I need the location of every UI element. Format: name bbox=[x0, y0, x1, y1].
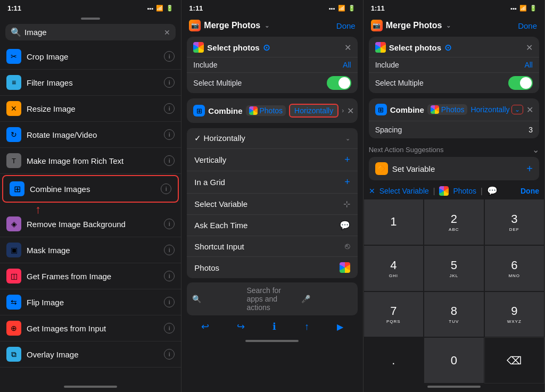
list-item-flip[interactable]: ⇆ Flip Image i bbox=[0, 289, 181, 315]
item-label-remove: Remove Image Background bbox=[27, 220, 159, 229]
chevron-box-3[interactable]: ⌄ bbox=[511, 105, 523, 114]
info-icon-filter[interactable]: i bbox=[164, 77, 175, 88]
list-item-combine[interactable]: ⊞ Combine Images i ↑ bbox=[2, 175, 179, 203]
backspace-icon: ⌫ bbox=[507, 354, 522, 367]
numpad-key-2[interactable]: 2 ABC bbox=[424, 199, 484, 245]
select-multiple-toggle-3[interactable] bbox=[508, 76, 533, 90]
numpad-key-4[interactable]: 4 GHI bbox=[364, 245, 424, 291]
item-label-overlay: Overlay Image bbox=[27, 350, 159, 359]
info-btn-2[interactable]: ℹ bbox=[272, 321, 276, 332]
list-item-crop[interactable]: ✂ Crop Image i bbox=[0, 44, 181, 70]
bottom-search-2[interactable]: 🔍 Search for apps and actions 🎤 bbox=[187, 282, 357, 315]
play-btn-2[interactable]: ▶ bbox=[337, 322, 343, 332]
var-picker-label[interactable]: Select Variable bbox=[379, 187, 429, 195]
done-button-3[interactable]: Done bbox=[518, 21, 537, 30]
combine-photos-chip-3[interactable]: Photos bbox=[427, 104, 468, 115]
list-item-rotate[interactable]: ↻ Rotate Image/Video i bbox=[0, 122, 181, 148]
overlay-icon: ⧉ bbox=[6, 347, 21, 362]
spacing-value-3[interactable]: 3 bbox=[529, 126, 533, 134]
done-button-2[interactable]: Done bbox=[336, 21, 356, 30]
dropdown-item-photos[interactable]: Photos bbox=[187, 257, 357, 278]
dropdown-label-ask-each: Ask Each Time bbox=[194, 221, 247, 230]
include-value-3[interactable]: All bbox=[524, 61, 533, 69]
spacing-label-3: Spacing bbox=[375, 126, 402, 134]
list-item-overlay[interactable]: ⧉ Overlay Image i bbox=[0, 341, 181, 368]
share-btn-2[interactable]: ↑ bbox=[304, 321, 309, 332]
list-item-getimages[interactable]: ⊕ Get Images from Input i bbox=[0, 315, 181, 341]
numpad-key-7[interactable]: 7 PQRS bbox=[364, 291, 424, 338]
chevron-down-icon-2[interactable]: ⌄ bbox=[265, 22, 269, 29]
numpad-key-6[interactable]: 6 MNO bbox=[484, 245, 544, 291]
include-row-2: Include All bbox=[187, 57, 357, 72]
info-icon-resize[interactable]: i bbox=[164, 103, 175, 114]
include-row-3: Include All bbox=[369, 57, 539, 72]
clear-icon-1[interactable]: ✕ bbox=[164, 28, 170, 37]
list-item-mask[interactable]: ▣ Mask Image i bbox=[0, 237, 181, 263]
getimages-icon: ⊕ bbox=[6, 321, 21, 336]
info-icon-remove[interactable]: i bbox=[164, 219, 175, 229]
rotate-icon: ↻ bbox=[6, 127, 21, 142]
info-icon-frames[interactable]: i bbox=[164, 271, 175, 281]
combine-close-3[interactable]: ✕ bbox=[526, 105, 533, 115]
info-icon-make[interactable]: i bbox=[164, 155, 175, 166]
var-done-button[interactable]: Done bbox=[521, 187, 539, 195]
numpad-key-1[interactable]: 1 bbox=[364, 199, 424, 245]
info-icon-flip[interactable]: i bbox=[164, 297, 175, 307]
combine-word-2: Combine bbox=[208, 106, 242, 115]
numpad-key-5[interactable]: 5 JKL bbox=[424, 245, 484, 291]
set-variable-card[interactable]: 🔶 Set Variable + bbox=[369, 157, 539, 180]
list-item-remove[interactable]: ◈ Remove Image Background i bbox=[0, 211, 181, 237]
battery-icon-3: 🔋 bbox=[530, 5, 537, 12]
combine-header-2: ⊞ Combine Photos Horizontally › ✕ bbox=[187, 98, 357, 123]
combine-close-2[interactable]: ✕ bbox=[347, 106, 354, 116]
select-photos-close-2[interactable]: ✕ bbox=[344, 43, 351, 53]
next-action-chevron[interactable]: ⌄ bbox=[532, 145, 539, 155]
search-bar-1[interactable]: 🔍 ✕ bbox=[5, 24, 176, 40]
item-label-resize: Resize Image bbox=[27, 104, 159, 113]
info-icon-overlay[interactable]: i bbox=[164, 349, 175, 360]
undo-btn-2[interactable]: ↩ bbox=[201, 321, 209, 332]
info-icon-getimages[interactable]: i bbox=[164, 323, 175, 333]
combine-direction-chip-2[interactable]: Horizontally bbox=[289, 104, 338, 118]
redo-btn-2[interactable]: ↪ bbox=[237, 321, 245, 332]
numpad-key-0[interactable]: 0 bbox=[424, 337, 484, 383]
signal-icon-2: ▪▪▪ bbox=[329, 5, 335, 12]
numpad-main-dot: . bbox=[392, 354, 395, 368]
list-item-resize[interactable]: ✕ Resize Image i bbox=[0, 96, 181, 122]
select-photos-close-3[interactable]: ✕ bbox=[526, 43, 533, 53]
info-icon-combine[interactable]: i bbox=[161, 184, 171, 194]
select-photos-chevron-2[interactable]: ⊙ bbox=[263, 43, 270, 53]
dropdown-item-horizontally[interactable]: ✓ Horizontally ⌄ bbox=[187, 128, 357, 149]
include-label-2: Include bbox=[193, 61, 217, 69]
dropdown-item-shortcut-input[interactable]: Shortcut Input ⎋ bbox=[187, 236, 357, 257]
info-icon-rotate[interactable]: i bbox=[164, 129, 175, 140]
plus-icon-grid: + bbox=[344, 177, 350, 188]
select-multiple-toggle-2[interactable] bbox=[327, 76, 351, 90]
numpad-key-9[interactable]: 9 WXYZ bbox=[484, 291, 544, 338]
numpad-key-8[interactable]: 8 TUV bbox=[424, 291, 484, 338]
info-icon-mask[interactable]: i bbox=[164, 245, 175, 255]
numpad-sub-8: TUV bbox=[449, 319, 459, 324]
list-item-make[interactable]: T Make Image from Rich Text i bbox=[0, 148, 181, 174]
combine-photos-chip-2[interactable]: Photos bbox=[246, 105, 286, 116]
numpad-key-3[interactable]: 3 DEF bbox=[484, 199, 544, 245]
select-photos-chevron-3[interactable]: ⊙ bbox=[444, 43, 451, 53]
include-label-3: Include bbox=[375, 61, 399, 69]
item-label-combine: Combine Images bbox=[30, 185, 155, 194]
dropdown-item-select-var[interactable]: Select Variable ⊹ bbox=[187, 194, 357, 215]
dropdown-item-vertically[interactable]: Vertically + bbox=[187, 149, 357, 171]
dropdown-item-ask-each[interactable]: Ask Each Time 💬 bbox=[187, 215, 357, 236]
mic-icon-2[interactable]: 🎤 bbox=[301, 295, 352, 303]
list-item-filter[interactable]: ≡ Filter Images i bbox=[0, 70, 181, 96]
dropdown-item-grid[interactable]: In a Grid + bbox=[187, 171, 357, 194]
list-scroll-1[interactable]: ✂ Crop Image i ≡ Filter Images i ✕ Resiz… bbox=[0, 44, 181, 383]
set-variable-plus[interactable]: + bbox=[526, 163, 533, 175]
numpad-key-dot[interactable]: . bbox=[364, 337, 424, 383]
combine-arrow-2[interactable]: › bbox=[342, 107, 344, 114]
search-input-1[interactable] bbox=[24, 28, 161, 37]
include-value-2[interactable]: All bbox=[343, 61, 351, 69]
numpad-backspace[interactable]: ⌫ bbox=[484, 337, 544, 383]
chevron-down-icon-3[interactable]: ⌄ bbox=[446, 22, 451, 29]
list-item-frames[interactable]: ◫ Get Frames from Image i bbox=[0, 263, 181, 289]
info-icon-crop[interactable]: i bbox=[164, 51, 175, 62]
